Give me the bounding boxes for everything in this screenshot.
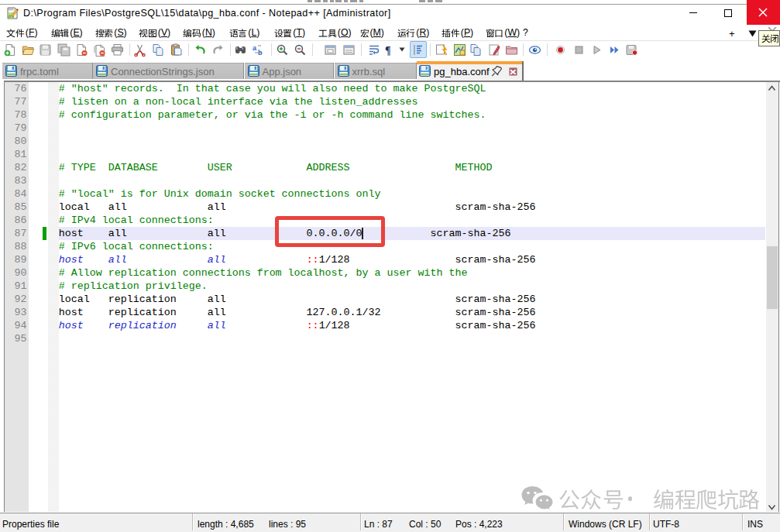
- svg-text:¶: ¶: [385, 44, 391, 56]
- svg-text:a: a: [253, 44, 257, 52]
